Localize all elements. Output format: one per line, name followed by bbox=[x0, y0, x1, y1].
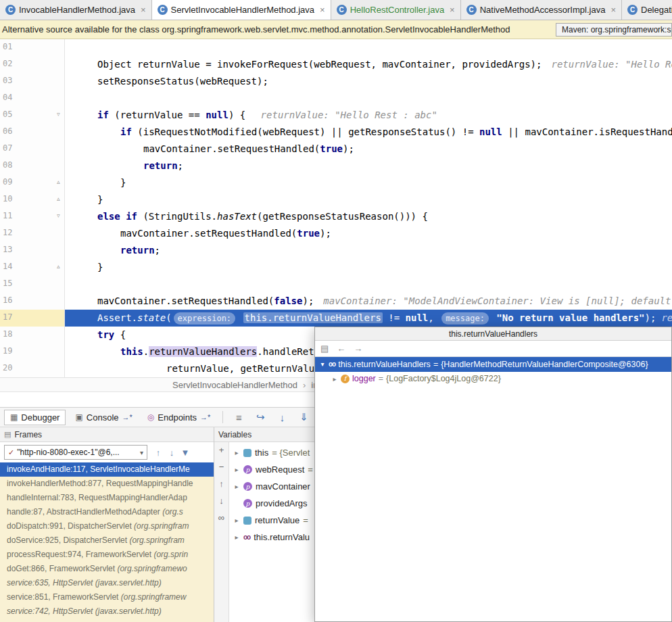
fold-marker-icon[interactable]: ▿ bbox=[56, 110, 61, 119]
editor-tab[interactable]: CServletInvocableHandlerMethod.java× bbox=[152, 0, 331, 20]
editor-gutter[interactable]: 08 bbox=[0, 158, 65, 174]
editor-line[interactable]: 08return; bbox=[0, 158, 672, 174]
editor-tab[interactable]: CDelegatingMe bbox=[622, 0, 672, 20]
fold-marker-icon[interactable]: ▿ bbox=[56, 211, 61, 220]
step-into-icon[interactable]: ↓ bbox=[273, 412, 291, 423]
add-watch-icon[interactable]: + bbox=[219, 446, 224, 455]
editor-line[interactable]: 11▿else if (StringUtils.hasText(getRespo… bbox=[0, 208, 672, 225]
editor-line[interactable]: 09▵} bbox=[0, 174, 672, 191]
editor-line[interactable]: 07mavContainer.setRequestHandled(true); bbox=[0, 141, 672, 158]
code-line: } bbox=[65, 191, 672, 208]
editor-line[interactable]: 03setResponseStatus(webRequest); bbox=[0, 73, 672, 90]
stack-frame[interactable]: processRequest:974, FrameworkServlet (or… bbox=[0, 548, 214, 562]
stack-frame[interactable]: service:635, HttpServlet (javax.servlet.… bbox=[0, 576, 214, 590]
editor-tab[interactable]: CHelloRestController.java× bbox=[331, 0, 461, 20]
chevron-down-icon[interactable]: ▾ bbox=[319, 360, 326, 368]
back-icon[interactable]: ← bbox=[337, 343, 345, 354]
stack-frame[interactable]: service:851, FrameworkServlet (org.sprin… bbox=[0, 590, 214, 604]
chevron-right-icon[interactable]: ▸ bbox=[233, 533, 240, 541]
step-over-icon[interactable]: ↪ bbox=[251, 411, 269, 423]
fold-marker-icon[interactable]: ▵ bbox=[56, 262, 61, 271]
move-watch-down-icon[interactable]: ↓ bbox=[219, 496, 224, 506]
editor-line[interactable]: 02Object returnValue = invokeForRequest(… bbox=[0, 56, 672, 73]
breadcrumb-item[interactable]: ServletInvocableHandlerMethod bbox=[172, 380, 297, 390]
previous-frame-icon[interactable]: ↑ bbox=[151, 448, 165, 458]
editor-gutter[interactable]: 06 bbox=[0, 124, 65, 141]
editor-gutter[interactable]: 03 bbox=[0, 73, 65, 90]
view-options-icon[interactable]: ▤ bbox=[320, 343, 329, 354]
tab-label: HelloRestController.java bbox=[350, 5, 444, 15]
frame-text: service:851, FrameworkServlet bbox=[7, 592, 121, 602]
editor-line[interactable]: 10▵} bbox=[0, 191, 672, 208]
editor-gutter[interactable]: 12 bbox=[0, 225, 65, 242]
editor-tab[interactable]: CNativeMethodAccessorImpl.java× bbox=[461, 0, 622, 20]
editor-gutter[interactable]: 07 bbox=[0, 141, 65, 158]
chevron-right-icon[interactable]: ▸ bbox=[331, 375, 338, 383]
tool-tab-console[interactable]: ▣Console→* bbox=[70, 410, 137, 425]
editor-gutter[interactable]: 19 bbox=[0, 343, 65, 360]
editor-gutter[interactable]: 17 bbox=[0, 310, 65, 327]
editor-gutter[interactable]: 02 bbox=[0, 56, 65, 73]
tool-tab-debugger[interactable]: ▦Debugger bbox=[4, 410, 66, 425]
code-line bbox=[65, 276, 672, 293]
filter-frames-icon[interactable]: ▼ bbox=[178, 448, 192, 458]
move-watch-up-icon[interactable]: ↑ bbox=[219, 479, 224, 489]
editor-line[interactable]: 01 bbox=[0, 39, 672, 56]
stack-frame[interactable]: handleInternal:783, RequestMappingHandle… bbox=[0, 491, 214, 505]
editor-line[interactable]: 06if (isRequestNotModified(webRequest) |… bbox=[0, 124, 672, 141]
tool-tab-endpoints[interactable]: ◎Endpoints→* bbox=[142, 410, 216, 425]
stack-frame[interactable]: service:742, HttpServlet (javax.servlet.… bbox=[0, 604, 214, 619]
editor-gutter[interactable]: 10▵ bbox=[0, 191, 65, 208]
close-tab-icon[interactable]: × bbox=[320, 5, 325, 15]
fold-marker-icon[interactable]: ▵ bbox=[56, 194, 61, 204]
chevron-right-icon[interactable]: ▸ bbox=[233, 517, 240, 524]
thread-selector[interactable]: ✓ "http-nio-8080-exec-1"@6,... ▾ bbox=[4, 445, 147, 460]
editor-line[interactable]: 15 bbox=[0, 276, 672, 293]
variable-name: mavContainer bbox=[256, 481, 310, 492]
editor-gutter[interactable]: 14▵ bbox=[0, 259, 65, 276]
editor-gutter[interactable]: 15 bbox=[0, 276, 65, 293]
stack-frame[interactable]: invokeHandlerMethod:877, RequestMappingH… bbox=[0, 477, 214, 491]
editor-gutter[interactable]: 11▿ bbox=[0, 208, 65, 225]
remove-watch-icon[interactable]: − bbox=[219, 462, 224, 472]
editor-gutter[interactable]: 13 bbox=[0, 242, 65, 259]
stack-frame[interactable]: doGet:866, FrameworkServlet (org.springf… bbox=[0, 562, 214, 576]
stack-frame[interactable]: invokeAndHandle:117, ServletInvocableHan… bbox=[0, 462, 214, 477]
show-watches-icon[interactable]: ∞ bbox=[218, 513, 224, 523]
code-line: mavContainer.setRequestHandled(false);ma… bbox=[65, 293, 672, 310]
stack-frame[interactable]: handle:87, AbstractHandlerMethodAdapter … bbox=[0, 505, 214, 519]
editor-gutter[interactable]: 16 bbox=[0, 293, 65, 310]
editor-line[interactable]: 12mavContainer.setRequestHandled(true); bbox=[0, 225, 672, 242]
debugger-tree-row[interactable]: ▸flogger={LogFactory$Log4jLog@6722} bbox=[315, 372, 671, 387]
alternative-source-selector[interactable]: Maven: org.springframework:spri bbox=[556, 23, 672, 37]
close-tab-icon[interactable]: × bbox=[610, 5, 616, 15]
debugger-tree-row[interactable]: ▾oothis.returnValueHandlers={HandlerMeth… bbox=[315, 357, 671, 372]
fold-marker-icon[interactable]: ▵ bbox=[56, 177, 61, 187]
force-step-into-icon[interactable]: ⇓ bbox=[295, 411, 312, 423]
editor-gutter[interactable]: 04 bbox=[0, 90, 65, 107]
editor-line[interactable]: 05▿if (returnValue == null) { returnValu… bbox=[0, 107, 672, 124]
editor-gutter[interactable]: 01 bbox=[0, 39, 65, 56]
editor-gutter[interactable]: 05▿ bbox=[0, 107, 65, 124]
menu-icon[interactable]: ≡ bbox=[230, 412, 247, 423]
close-tab-icon[interactable]: × bbox=[141, 5, 146, 15]
execution-line[interactable]: 17Assert.state(expression: this.returnVa… bbox=[0, 310, 672, 327]
tab-label: ServletInvocableHandlerMethod.java bbox=[171, 5, 314, 15]
forward-icon[interactable]: → bbox=[354, 343, 362, 354]
editor-gutter[interactable]: 09▵ bbox=[0, 174, 65, 191]
chevron-right-icon[interactable]: ▸ bbox=[233, 466, 240, 473]
editor-line[interactable]: 13return; bbox=[0, 242, 672, 259]
chevron-right-icon[interactable]: ▸ bbox=[233, 449, 240, 456]
editor-gutter[interactable]: 20 bbox=[0, 360, 65, 377]
editor-line[interactable]: 04 bbox=[0, 90, 672, 107]
chevron-right-icon[interactable]: ▸ bbox=[233, 483, 240, 490]
editor-line[interactable]: 16mavContainer.setRequestHandled(false);… bbox=[0, 293, 672, 310]
stack-frame[interactable]: doDispatch:991, DispatcherServlet (org.s… bbox=[0, 519, 214, 533]
close-tab-icon[interactable]: × bbox=[450, 5, 455, 15]
next-frame-icon[interactable]: ↓ bbox=[165, 448, 178, 458]
editor-gutter[interactable]: 18 bbox=[0, 327, 65, 343]
code-text: ); bbox=[645, 312, 656, 323]
editor-line[interactable]: 14▵} bbox=[0, 259, 672, 276]
editor-tab[interactable]: CInvocableHandlerMethod.java× bbox=[0, 0, 152, 20]
stack-frame[interactable]: doService:925, DispatcherServlet (org.sp… bbox=[0, 533, 214, 548]
